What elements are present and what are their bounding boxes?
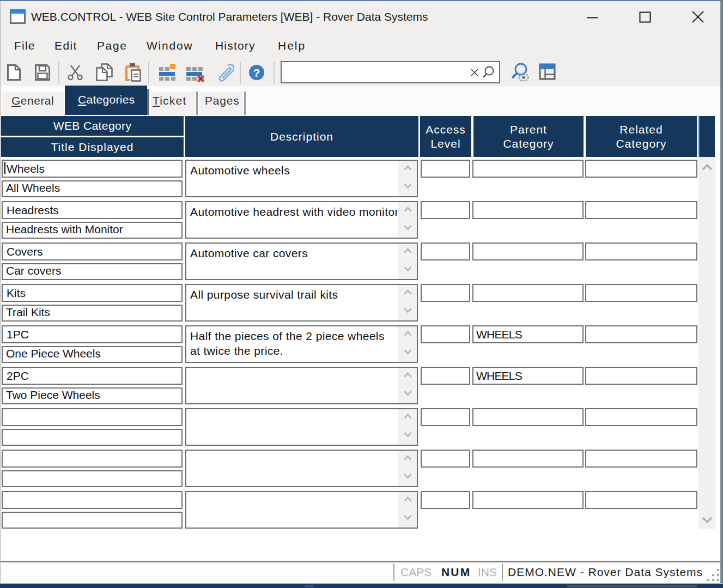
svg-text:?: ?	[253, 66, 260, 79]
